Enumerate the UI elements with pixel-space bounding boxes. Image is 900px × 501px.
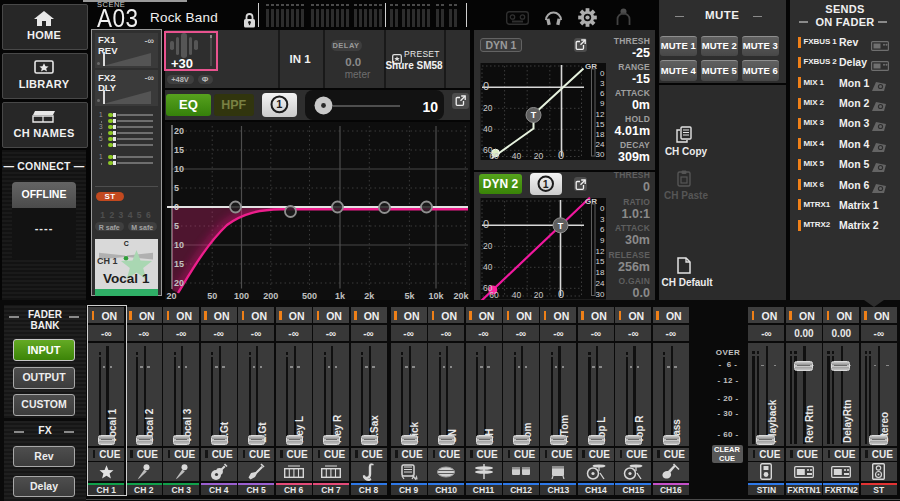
svg-text:40: 40 (483, 262, 493, 272)
svg-text:50: 50 (207, 291, 217, 300)
svg-text:0: 0 (174, 202, 179, 212)
svg-text:10k: 10k (428, 291, 444, 300)
svg-text:40: 40 (483, 124, 493, 134)
svg-text:500: 500 (301, 291, 316, 300)
svg-text:5: 5 (174, 221, 179, 231)
svg-text:2k: 2k (364, 291, 375, 300)
svg-text:1: 1 (276, 98, 282, 110)
svg-text:40: 40 (511, 290, 521, 300)
svg-text:5: 5 (174, 183, 179, 193)
svg-text:40: 40 (511, 151, 521, 161)
svg-text:20k: 20k (453, 291, 469, 300)
svg-text:15: 15 (174, 145, 184, 155)
svg-text:0: 0 (483, 80, 489, 92)
svg-text:20: 20 (174, 126, 184, 136)
svg-text:200: 200 (263, 291, 278, 300)
svg-text:20: 20 (533, 290, 543, 300)
svg-text:0: 0 (483, 218, 489, 230)
svg-text:10: 10 (174, 164, 184, 174)
svg-text:1: 1 (543, 178, 549, 189)
svg-text:5k: 5k (404, 291, 415, 300)
svg-text:15: 15 (174, 259, 184, 269)
svg-text:1k: 1k (334, 291, 345, 300)
svg-text:10: 10 (174, 240, 184, 250)
svg-text:20: 20 (533, 151, 543, 161)
svg-text:100: 100 (233, 291, 248, 300)
svg-text:60: 60 (489, 290, 499, 300)
svg-text:20: 20 (483, 103, 493, 113)
svg-text:20: 20 (174, 278, 184, 288)
svg-text:20: 20 (483, 241, 493, 251)
svg-text:20: 20 (166, 291, 176, 300)
svg-text:60: 60 (489, 151, 499, 161)
svg-text:T: T (530, 110, 536, 120)
